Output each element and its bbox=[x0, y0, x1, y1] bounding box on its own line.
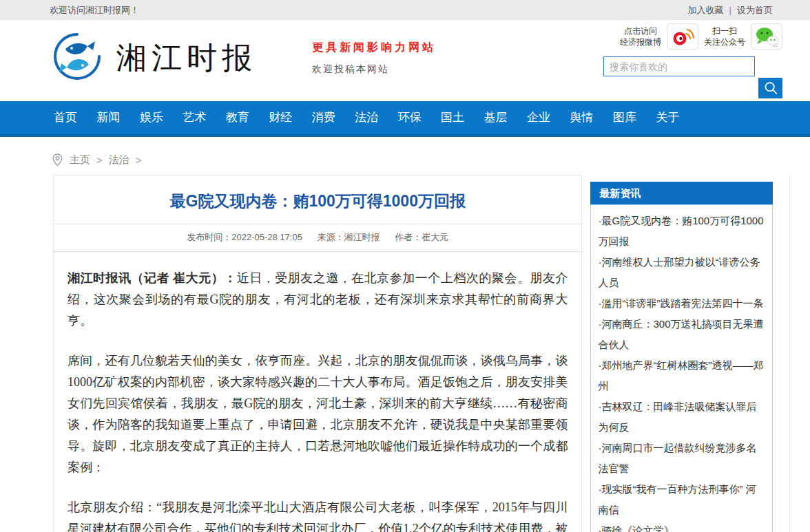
breadcrumb: 主页 > 法治 > bbox=[0, 151, 810, 169]
nav-item-gallery[interactable]: 图库 bbox=[605, 101, 645, 134]
top-bar: 欢迎访问湘江时报网！ 加入收藏 | 设为首页 bbox=[0, 0, 810, 20]
weibo-icon-button[interactable] bbox=[667, 23, 698, 50]
add-favorite-link[interactable]: 加入收藏 bbox=[688, 4, 724, 17]
breadcrumb-separator: > bbox=[96, 154, 103, 166]
content-right-divider bbox=[789, 175, 790, 532]
article-paragraph-3: 北京朋友介绍：“我朋友是河北滦平北山大酒店有限公司大老板，叫李保军，2015年与… bbox=[68, 497, 568, 532]
social-row: 点击访问 经济报微博 扫一扫 关注公众号 bbox=[603, 23, 782, 50]
slogan-gray: 欢迎投稿本网站 bbox=[312, 63, 436, 76]
main-nav: 首页 新闻 娱乐 艺术 教育 财经 消费 法治 环保 国土 基层 企业 舆情 图… bbox=[0, 101, 810, 137]
article-card: 最G院又现内卷：贿100万可得1000万回报 发布时间：2022-05-28 1… bbox=[53, 175, 582, 532]
article-source: 来源：湘江时报 bbox=[318, 232, 380, 242]
sidebar-news-item[interactable]: ·现实版“我有一百种方法刑事你” 河南信 bbox=[598, 479, 765, 520]
article-paragraph-1: 湘江时报讯（记者 崔大元）：近日，受朋友之邀，在北京参加一个上档次的聚会。朋友介… bbox=[68, 268, 568, 332]
nav-item-finance[interactable]: 财经 bbox=[260, 101, 300, 134]
nav-item-home[interactable]: 首页 bbox=[45, 101, 85, 134]
wechat-caption: 扫一扫 关注公众号 bbox=[704, 25, 745, 47]
sidebar-news-item[interactable]: ·滥用“诽谤罪”践踏着宪法第四十一条 bbox=[598, 293, 765, 314]
sidebar-news-item[interactable]: ·吉林双辽：田峰非法吸储案认罪后为何反 bbox=[598, 396, 765, 438]
nav-item-news[interactable]: 新闻 bbox=[88, 101, 128, 134]
sidebar-news-item[interactable]: ·河南商丘：300万送礼搞项目无果遭合伙人 bbox=[598, 314, 765, 355]
site-title: 湘江时报 bbox=[116, 38, 257, 78]
nav-item-grassroots[interactable]: 基层 bbox=[476, 101, 516, 134]
meta-divider bbox=[54, 251, 581, 252]
welcome-text: 欢迎访问湘江时报网！ bbox=[50, 4, 139, 17]
set-homepage-link[interactable]: 设为首页 bbox=[737, 4, 773, 17]
weibo-caption: 点击访问 经济报微博 bbox=[620, 25, 661, 47]
search-input[interactable] bbox=[603, 56, 755, 76]
nav-item-enterprise[interactable]: 企业 bbox=[519, 101, 559, 134]
article-paragraph-2: 席间，还有几位貌若天仙的美女，依亨而座。兴起，北京的朋友侃侃而谈，谈俄乌局事，谈… bbox=[68, 350, 568, 478]
wechat-icon bbox=[754, 26, 779, 47]
breadcrumb-section[interactable]: 法治 bbox=[109, 153, 129, 167]
nav-item-education[interactable]: 教育 bbox=[218, 101, 258, 134]
article-meta: 发布时间：2022-05-28 17:05 来源：湘江时报 作者：崔大元 bbox=[68, 224, 568, 251]
nav-item-public-opinion[interactable]: 舆情 bbox=[561, 101, 601, 134]
slogan-red: 更具新闻影响力网站 bbox=[312, 41, 436, 55]
article-author: 作者：崔大元 bbox=[395, 232, 448, 242]
site-header: 湘江时报 更具新闻影响力网站 欢迎投稿本网站 点击访问 经济报微博 bbox=[0, 20, 810, 101]
breadcrumb-separator-2: > bbox=[136, 154, 142, 166]
nav-item-consumption[interactable]: 消费 bbox=[304, 101, 344, 134]
nav-item-environment[interactable]: 环保 bbox=[390, 101, 430, 134]
topbar-separator: | bbox=[729, 5, 731, 15]
sidebar-news-item[interactable]: ·最G院又现内卷：贿100万可得1000万回报 bbox=[598, 211, 765, 252]
weibo-icon bbox=[671, 27, 694, 46]
nav-item-about[interactable]: 关于 bbox=[647, 101, 687, 134]
article-body: 湘江时报讯（记者 崔大元）：近日，受朋友之邀，在北京参加一个上档次的聚会。朋友介… bbox=[68, 268, 568, 532]
search-button[interactable] bbox=[758, 78, 782, 98]
sidebar-news-item[interactable]: ·骑徐《论文学》 bbox=[598, 520, 765, 532]
main-content: 最G院又现内卷：贿100万可得1000万回报 发布时间：2022-05-28 1… bbox=[37, 175, 773, 532]
nav-item-land[interactable]: 国土 bbox=[433, 101, 473, 134]
publish-time: 发布时间：2022-05-28 17:05 bbox=[187, 232, 302, 242]
slogans: 更具新闻影响力网站 欢迎投稿本网站 bbox=[312, 41, 436, 76]
sidebar-news-item[interactable]: ·河南周口市一起借款纠纷竟涉多名法官警 bbox=[598, 438, 765, 479]
sidebar-news-item[interactable]: ·郑州地产界“红树林圈套”透视——郑州 bbox=[598, 355, 765, 396]
nav-item-art[interactable]: 艺术 bbox=[174, 101, 214, 134]
nav-item-entertainment[interactable]: 娱乐 bbox=[132, 101, 172, 134]
sidebar-list: ·最G院又现内卷：贿100万可得1000万回报 ·河南维权人士邢望力被以“诽谤公… bbox=[590, 204, 773, 532]
nav-item-law[interactable]: 法治 bbox=[346, 101, 386, 134]
site-logo-link[interactable]: 湘江时报 bbox=[52, 31, 257, 85]
fish-logo-icon bbox=[52, 31, 103, 85]
location-pin-icon bbox=[52, 153, 63, 167]
sidebar-news-item[interactable]: ·河南维权人士邢望力被以“诽谤公务人员 bbox=[598, 252, 765, 293]
article-title: 最G院又现内卷：贿100万可得1000万回报 bbox=[68, 191, 568, 211]
breadcrumb-home[interactable]: 主页 bbox=[70, 153, 90, 167]
search-icon bbox=[762, 80, 778, 96]
header-right: 点击访问 经济报微博 扫一扫 关注公众号 bbox=[603, 23, 782, 98]
wechat-icon-button[interactable] bbox=[751, 23, 782, 50]
sidebar-title: 最新资讯 bbox=[590, 182, 773, 204]
latest-news-sidebar: 最新资讯 ·最G院又现内卷：贿100万可得1000万回报 ·河南维权人士邢望力被… bbox=[590, 182, 773, 532]
